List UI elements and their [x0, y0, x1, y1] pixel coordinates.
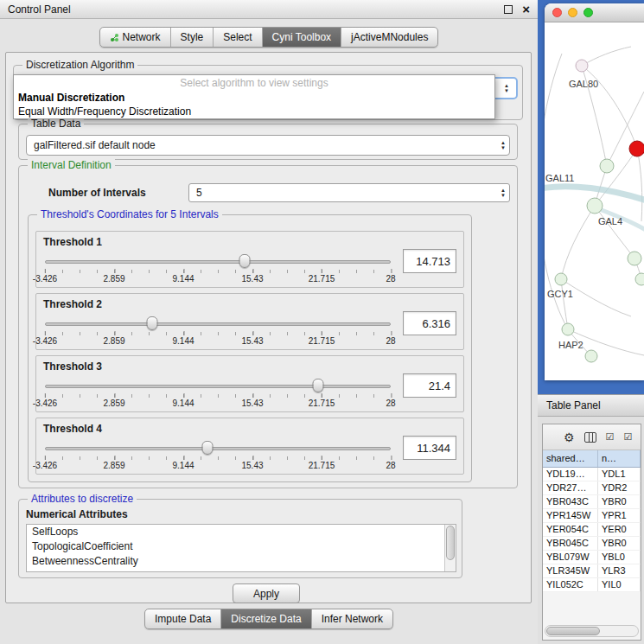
- tab-label: Discretize Data: [231, 613, 301, 625]
- tick-label: -3.426: [33, 274, 57, 284]
- table-cell[interactable]: YIL0: [598, 578, 641, 591]
- threshold-slider[interactable]: [45, 379, 391, 394]
- number-of-intervals-spinner[interactable]: 5 ▲ ▼: [188, 183, 510, 202]
- table-cell[interactable]: YBR043C: [543, 495, 598, 508]
- threshold-slider[interactable]: [45, 254, 391, 270]
- apply-button[interactable]: Apply: [233, 583, 300, 603]
- network-node-label: GCY1: [547, 289, 573, 299]
- tab-jactivemnodules[interactable]: jActiveMNodules: [341, 28, 437, 47]
- slider-track[interactable]: [45, 322, 391, 326]
- threshold-value-field[interactable]: 6.316: [403, 311, 456, 335]
- table-cell[interactable]: YIL052C: [543, 578, 598, 591]
- slider-thumb[interactable]: [239, 254, 250, 268]
- scrollbar-thumb[interactable]: [446, 526, 455, 560]
- column-header-name[interactable]: n…: [598, 450, 641, 467]
- dropdown-option-equal-width-frequency[interactable]: Equal Width/Frequency Discretization: [14, 105, 494, 118]
- network-canvas[interactable]: GAL80 GAL11 GAL4 GCY1 HAP2: [545, 22, 644, 380]
- list-item[interactable]: TopologicalCoefficient: [27, 539, 456, 554]
- threshold-value-field[interactable]: 21.4: [403, 373, 456, 398]
- threshold-slider[interactable]: [45, 441, 391, 456]
- table-row[interactable]: YER054C YER0: [543, 523, 641, 537]
- tab-style[interactable]: Style: [171, 28, 214, 47]
- threshold-value-field[interactable]: 11.344: [403, 436, 456, 460]
- table-cell[interactable]: YBR0: [598, 537, 641, 550]
- horizontal-scrollbar[interactable]: [545, 625, 639, 637]
- column-header-shared-name[interactable]: shared…: [543, 450, 598, 467]
- node-table: shared… n… YDL19… YDL1 YDR27… YDR2 YBR04…: [543, 450, 641, 592]
- scrollbar[interactable]: [444, 525, 456, 571]
- threshold-slider[interactable]: [45, 316, 391, 332]
- select-columns-icon[interactable]: ☑: [623, 431, 632, 443]
- slider-track[interactable]: [45, 260, 391, 264]
- table-row[interactable]: YLR345W YLR3: [543, 564, 641, 578]
- table-row[interactable]: YIL052C YIL0: [543, 578, 641, 592]
- table-cell[interactable]: YLR345W: [543, 564, 598, 577]
- window-minimize-button[interactable]: [568, 8, 577, 17]
- network-node[interactable]: [555, 273, 567, 285]
- table-row[interactable]: YBR045C YBR0: [543, 537, 641, 551]
- tab-select[interactable]: Select: [214, 28, 262, 47]
- columns-icon[interactable]: [584, 432, 596, 443]
- slider-track[interactable]: [45, 385, 391, 388]
- tick-label: 2.859: [103, 336, 124, 346]
- table-row[interactable]: YPR145W YPR1: [543, 509, 641, 523]
- table-cell[interactable]: YLR3: [598, 564, 641, 577]
- network-node[interactable]: [628, 252, 641, 265]
- table-cell[interactable]: YBR045C: [543, 537, 598, 550]
- slider-track[interactable]: [45, 447, 391, 450]
- table-cell[interactable]: YDR27…: [543, 481, 598, 494]
- window-zoom-button[interactable]: [583, 8, 593, 17]
- network-node[interactable]: [635, 273, 644, 285]
- tick-label: 9.144: [172, 399, 194, 408]
- table-row[interactable]: YBL079W YBL0: [543, 551, 641, 564]
- float-window-icon[interactable]: [504, 5, 513, 14]
- list-item[interactable]: SelfLoops: [27, 525, 456, 539]
- slider-ticks: -3.426 2.859 9.144 15.43 21.715 28: [45, 332, 391, 346]
- tab-discretize-data[interactable]: Discretize Data: [221, 609, 311, 628]
- table-cell[interactable]: YBL0: [598, 551, 641, 564]
- table-data-combobox[interactable]: galFiltered.sif default node ▲ ▼: [26, 135, 510, 156]
- network-node[interactable]: [585, 350, 597, 362]
- table-cell[interactable]: YDR2: [598, 481, 641, 494]
- tab-network[interactable]: Network: [100, 28, 171, 47]
- slider-ticks: -3.426 2.859 9.144 15.43 21.715 28: [45, 456, 391, 470]
- table-cell[interactable]: YDL19…: [543, 468, 598, 481]
- table-cell[interactable]: YER054C: [543, 523, 598, 536]
- threshold-value-field[interactable]: 14.713: [403, 249, 456, 273]
- slider-thumb[interactable]: [146, 316, 157, 330]
- tab-infer-network[interactable]: Infer Network: [312, 609, 392, 628]
- table-row[interactable]: YDR27… YDR2: [543, 481, 641, 495]
- network-view-frame: GAL80 GAL11 GAL4 GCY1 HAP2: [538, 0, 644, 394]
- table-cell[interactable]: YPR145W: [543, 509, 598, 522]
- network-node[interactable]: [600, 159, 614, 173]
- table-cell[interactable]: YPR1: [598, 509, 641, 522]
- network-window: GAL80 GAL11 GAL4 GCY1 HAP2: [545, 3, 644, 380]
- table-cell[interactable]: YBL079W: [543, 551, 598, 564]
- list-item[interactable]: BetweennessCentrality: [27, 554, 456, 569]
- scrollbar-thumb[interactable]: [546, 627, 600, 635]
- network-node[interactable]: [562, 323, 574, 335]
- window-close-button[interactable]: [552, 8, 562, 17]
- tick-label: 9.144: [172, 336, 194, 346]
- table-row[interactable]: YBR043C YBR0: [543, 495, 641, 509]
- table-cell[interactable]: YER0: [598, 523, 641, 536]
- tab-impute-data[interactable]: Impute Data: [145, 609, 221, 628]
- slider-thumb[interactable]: [201, 441, 213, 455]
- tab-cyni-toolbox[interactable]: Cyni Toolbox: [263, 28, 341, 47]
- attributes-to-discretize-group: Attributes to discretize Numerical Attri…: [18, 499, 462, 578]
- slider-thumb[interactable]: [312, 379, 323, 392]
- select-all-icon[interactable]: ☑: [606, 431, 615, 443]
- table-data-value: galFiltered.sif default node: [34, 139, 497, 151]
- selected-network-node[interactable]: [629, 141, 644, 156]
- network-node[interactable]: [587, 198, 603, 214]
- gear-icon[interactable]: ⚙: [564, 431, 575, 443]
- table-row[interactable]: YDL19… YDL1: [543, 468, 641, 481]
- close-icon[interactable]: ×: [522, 5, 530, 14]
- dropdown-option-manual-discretization[interactable]: Manual Discretization: [14, 91, 494, 105]
- network-node[interactable]: [576, 60, 588, 72]
- table-cell[interactable]: YBR0: [598, 495, 641, 508]
- tick-label: 21.715: [309, 336, 335, 346]
- tick-label: -3.426: [33, 336, 57, 346]
- threshold-panel: Threshold 3 -3.426 2.859 9.144 15.43 21.…: [35, 355, 464, 412]
- table-cell[interactable]: YDL1: [598, 468, 641, 481]
